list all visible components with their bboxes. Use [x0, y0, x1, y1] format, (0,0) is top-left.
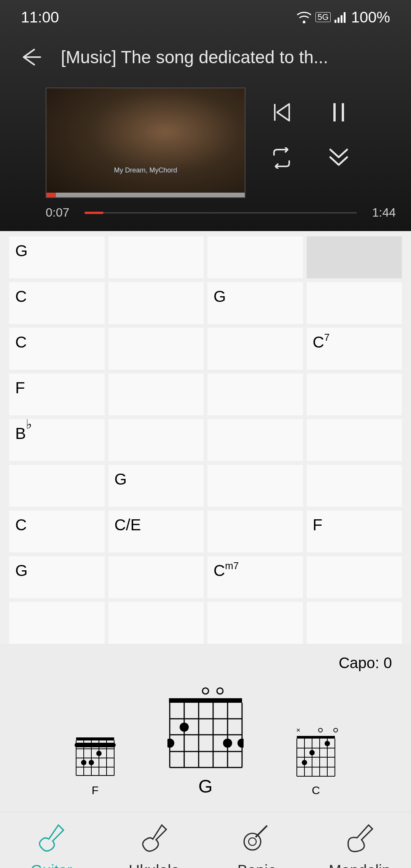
ukulele-icon	[138, 821, 170, 857]
chord-diagram-right[interactable]: ✕ C	[293, 728, 339, 797]
chord-diagram-center[interactable]: G	[167, 687, 244, 797]
svg-point-23	[217, 688, 223, 694]
chord-cell[interactable]: C	[9, 328, 105, 370]
chord-cell[interactable]	[108, 373, 204, 415]
chord-cell[interactable]	[307, 282, 402, 324]
chord-cell[interactable]	[307, 556, 402, 598]
chord-cell[interactable]: F	[307, 511, 402, 552]
svg-rect-24	[169, 698, 242, 703]
previous-button[interactable]	[268, 99, 295, 126]
instrument-tabs: GuitarUkuleleBanjoMandolin	[0, 812, 411, 868]
svg-rect-3	[341, 15, 342, 23]
chord-cell[interactable]: C/E	[108, 511, 204, 552]
pause-button[interactable]	[325, 99, 352, 126]
svg-point-57	[244, 833, 261, 850]
svg-point-35	[180, 723, 189, 732]
instrument-tab-ukulele[interactable]: Ukulele	[103, 812, 206, 868]
svg-text:✕: ✕	[296, 728, 301, 733]
open-strings-icon	[167, 687, 244, 695]
chord-cell[interactable]	[9, 602, 105, 644]
chord-cell[interactable]: B♭	[9, 419, 105, 461]
chord-cell[interactable]	[108, 282, 204, 324]
chord-grid: GCGCC7FB♭GCC/EFGCm7	[0, 231, 411, 644]
time-current: 0:07	[46, 206, 69, 220]
back-button[interactable]	[15, 42, 46, 72]
open-strings-icon: ✕	[293, 728, 339, 733]
svg-rect-4	[344, 12, 346, 23]
chord-cell[interactable]	[9, 465, 105, 507]
chord-cell[interactable]	[207, 602, 303, 644]
instrument-label: Mandolin	[329, 862, 390, 868]
chord-cell[interactable]	[207, 511, 303, 552]
chord-cell[interactable]	[207, 419, 303, 461]
chord-cell[interactable]: C7	[307, 328, 402, 370]
chord-cell[interactable]	[207, 465, 303, 507]
chord-cell[interactable]	[307, 419, 402, 461]
seek-bar[interactable]	[84, 212, 357, 214]
svg-point-55	[302, 760, 307, 765]
chord-cell[interactable]	[307, 602, 402, 644]
instrument-tab-guitar[interactable]: Guitar	[0, 812, 103, 868]
chord-cell[interactable]	[108, 602, 204, 644]
svg-point-38	[237, 739, 244, 748]
repeat-button[interactable]	[268, 145, 295, 171]
skip-back-icon	[270, 101, 293, 124]
chord-cell[interactable]	[207, 328, 303, 370]
progress-row: 0:07 1:44	[46, 206, 396, 220]
wifi-icon	[296, 11, 312, 23]
chord-cell[interactable]	[207, 236, 303, 278]
instrument-tab-mandolin[interactable]: Mandolin	[308, 812, 411, 868]
chord-cell[interactable]: G	[207, 282, 303, 324]
video-controls	[268, 88, 352, 171]
guitar-icon	[35, 821, 67, 857]
instrument-tab-banjo[interactable]: Banjo	[206, 812, 308, 868]
chord-cell[interactable]: C	[9, 282, 105, 324]
chord-cell[interactable]: Cm7	[207, 556, 303, 598]
chord-diagram-row: F G ✕	[0, 675, 411, 812]
chord-cell[interactable]	[108, 419, 204, 461]
chord-cell[interactable]	[108, 556, 204, 598]
time-total: 1:44	[372, 206, 396, 220]
seek-fill	[84, 212, 104, 214]
chord-cell[interactable]	[307, 465, 402, 507]
chord-diagram-left[interactable]: F	[72, 734, 118, 797]
fretboard-icon	[72, 734, 118, 779]
chord-cell[interactable]: C	[9, 511, 105, 552]
fretboard-icon	[293, 734, 339, 779]
video-thumbnail[interactable]: My Dream, MyChord	[46, 88, 245, 198]
app-header: [Music] The song dedicated to th...	[0, 34, 411, 80]
mandolin-icon	[344, 821, 376, 857]
instrument-label: Banjo	[237, 862, 276, 868]
svg-point-37	[223, 739, 232, 748]
chord-cell[interactable]	[307, 373, 402, 415]
instrument-label: Guitar	[31, 862, 72, 868]
instrument-label: Ukulele	[129, 862, 179, 868]
arrow-left-icon	[19, 46, 42, 69]
diagram-label-left: F	[92, 784, 99, 797]
video-area: My Dream, MyChord	[0, 80, 411, 231]
status-time: 11:00	[21, 9, 59, 26]
svg-point-58	[249, 838, 256, 845]
network-badge: 5G	[315, 12, 330, 22]
svg-point-0	[303, 21, 305, 23]
svg-point-36	[167, 739, 174, 748]
svg-rect-2	[338, 18, 339, 23]
fretboard-icon	[167, 697, 244, 769]
chord-cell[interactable]: G	[9, 556, 105, 598]
svg-rect-18	[75, 743, 116, 747]
svg-point-40	[319, 728, 322, 732]
chord-cell[interactable]	[108, 236, 204, 278]
capo-label[interactable]: Capo: 0	[0, 644, 411, 675]
svg-point-22	[202, 688, 209, 694]
chord-cell[interactable]: F	[9, 373, 105, 415]
chord-cell[interactable]: G	[108, 465, 204, 507]
svg-rect-7	[76, 737, 114, 740]
chord-cell[interactable]	[307, 236, 402, 278]
svg-point-19	[96, 751, 102, 756]
banjo-icon	[241, 821, 273, 857]
thumb-progress	[46, 193, 56, 197]
chord-cell[interactable]	[207, 373, 303, 415]
collapse-button[interactable]	[325, 145, 352, 171]
chord-cell[interactable]	[108, 328, 204, 370]
chord-cell[interactable]: G	[9, 236, 105, 278]
